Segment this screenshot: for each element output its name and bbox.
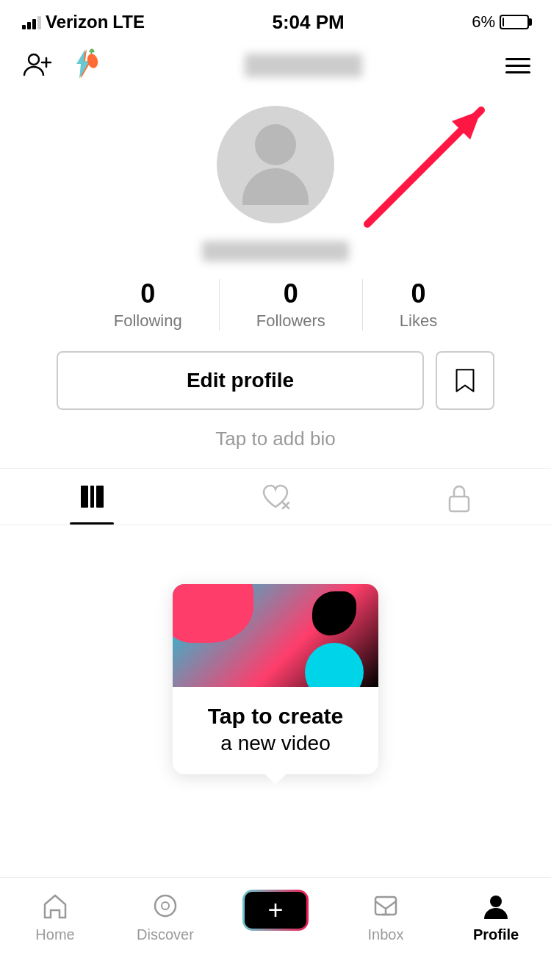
heart-liked-icon — [261, 483, 290, 510]
bio-placeholder[interactable]: Tap to add bio — [215, 428, 335, 450]
following-count: 0 — [140, 279, 155, 309]
bookmark-button[interactable] — [436, 351, 494, 410]
avatar — [217, 106, 334, 223]
profile-section: 0 Following 0 Followers 0 Likes Edit pro… — [0, 91, 551, 468]
likes-label: Likes — [400, 311, 437, 331]
nav-discover-label: Discover — [137, 926, 194, 943]
content-tabs — [0, 468, 551, 525]
action-row: Edit profile — [0, 351, 551, 410]
tiktok-logo — [66, 46, 101, 84]
menu-button[interactable] — [505, 58, 530, 73]
battery-info: 6% — [472, 12, 529, 32]
grid-icon — [79, 483, 105, 510]
nav-discover[interactable]: Discover — [110, 890, 220, 943]
svg-point-13 — [162, 902, 169, 909]
create-subtitle: a new video — [184, 730, 367, 757]
svg-rect-9 — [90, 486, 94, 508]
create-plus-icon: + — [267, 895, 283, 926]
inbox-icon — [370, 890, 402, 922]
likes-count: 0 — [411, 279, 426, 309]
svg-point-17 — [490, 896, 502, 907]
followers-stat[interactable]: 0 Followers — [220, 279, 363, 331]
nav-inbox[interactable]: Inbox — [331, 890, 441, 943]
card-arrow — [265, 774, 286, 785]
nav-profile[interactable]: Profile — [441, 890, 551, 943]
card-text: Tap to create a new video — [173, 687, 378, 774]
nav-profile-label: Profile — [473, 926, 519, 943]
lock-icon — [447, 483, 472, 513]
svg-point-5 — [86, 53, 100, 70]
nav-create[interactable]: + — [220, 890, 331, 931]
top-navigation — [0, 40, 551, 91]
nav-home-label: Home — [35, 926, 74, 943]
followers-count: 0 — [284, 279, 298, 309]
followers-label: Followers — [256, 311, 325, 331]
username-display — [245, 54, 362, 77]
hamburger-icon — [505, 58, 530, 60]
bookmark-icon — [452, 367, 478, 394]
stats-row: 0 Following 0 Followers 0 Likes — [0, 279, 551, 331]
carrier-name: Verizon — [46, 12, 108, 32]
bottom-navigation: Home Discover + Inbox — [0, 877, 551, 980]
tab-videos[interactable] — [0, 469, 184, 525]
following-label: Following — [114, 311, 182, 331]
create-video-card[interactable]: Tap to create a new video — [173, 584, 378, 774]
create-button[interactable]: + — [242, 890, 309, 931]
edit-profile-button[interactable]: Edit profile — [57, 351, 424, 410]
battery-percent: 6% — [472, 12, 495, 32]
svg-point-12 — [155, 896, 176, 916]
following-stat[interactable]: 0 Following — [77, 279, 220, 331]
carrier-info: Verizon LTE — [22, 12, 145, 32]
battery-icon — [500, 15, 529, 29]
network-type: LTE — [112, 12, 145, 32]
profile-name — [202, 241, 349, 262]
nav-home[interactable]: Home — [0, 890, 110, 943]
avatar-placeholder — [242, 124, 309, 205]
status-bar: Verizon LTE 5:04 PM 6% — [0, 0, 551, 40]
svg-rect-8 — [81, 486, 88, 508]
svg-point-0 — [29, 54, 39, 65]
svg-rect-11 — [450, 497, 469, 511]
tab-liked[interactable] — [184, 469, 367, 525]
profile-nav-icon — [480, 890, 512, 922]
signal-icon — [22, 15, 41, 29]
tab-private[interactable] — [367, 469, 551, 525]
create-title: Tap to create — [184, 702, 367, 730]
nav-inbox-label: Inbox — [368, 926, 404, 943]
top-nav-left — [21, 46, 101, 84]
content-area: Tap to create a new video — [0, 525, 551, 814]
card-image — [173, 584, 378, 687]
add-user-button[interactable] — [21, 48, 53, 83]
discover-icon — [149, 890, 181, 922]
clock: 5:04 PM — [272, 11, 344, 34]
svg-rect-10 — [96, 486, 104, 508]
likes-stat[interactable]: 0 Likes — [363, 279, 474, 331]
home-icon — [39, 890, 71, 922]
